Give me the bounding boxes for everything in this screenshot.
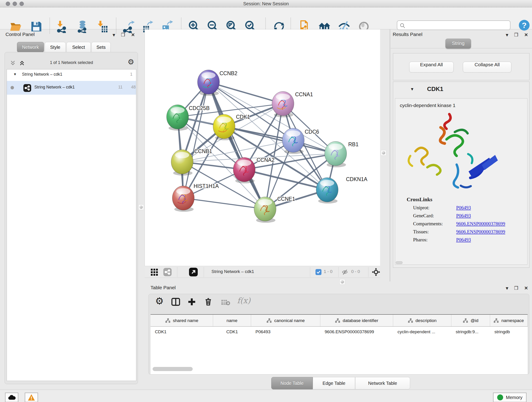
tab-node-table[interactable]: Node Table bbox=[271, 377, 313, 389]
column-header-shared-name[interactable]: shared name bbox=[151, 315, 213, 326]
table-hscrollbar-thumb[interactable] bbox=[152, 367, 193, 371]
table-panel-close-icon[interactable]: ✕ bbox=[524, 285, 528, 291]
right-splitter-grip[interactable] bbox=[381, 150, 386, 156]
node-CCNB2[interactable] bbox=[197, 70, 220, 96]
entry-collapse-icon[interactable]: ▼ bbox=[410, 87, 414, 92]
edge-CCNB2-CCNA1[interactable] bbox=[209, 82, 283, 104]
edge-HIST1H1A-CCNE1[interactable] bbox=[183, 198, 265, 209]
entry-header[interactable]: ▼ CDK1 bbox=[393, 82, 529, 98]
expand-all-button[interactable]: Expand All bbox=[409, 62, 454, 73]
selected-checkbox-icon[interactable] bbox=[316, 269, 322, 275]
warnings-button[interactable] bbox=[25, 393, 38, 402]
cell-database-identifier[interactable]: 9606.ENSP00000378699 bbox=[320, 329, 393, 334]
control-panel-float-icon[interactable]: ❒ bbox=[121, 32, 125, 38]
tab-network[interactable]: Network bbox=[17, 42, 44, 52]
import-database-icon[interactable] bbox=[76, 20, 89, 33]
node-label-CCNB1: CCNB1 bbox=[194, 148, 212, 154]
column-header-canonical-name[interactable]: canonical name bbox=[251, 315, 320, 326]
crosslinks-title: CrossLinks bbox=[407, 197, 527, 203]
tab-string[interactable]: String bbox=[445, 38, 471, 49]
tab-sets[interactable]: Sets bbox=[91, 42, 111, 52]
left-splitter-grip[interactable] bbox=[138, 204, 144, 210]
cell-shared-name[interactable]: CDK1 bbox=[151, 329, 213, 334]
status-separator bbox=[177, 267, 177, 277]
node-label-CCNB2: CCNB2 bbox=[220, 70, 237, 76]
show-columns-icon[interactable] bbox=[171, 297, 180, 306]
save-session-icon[interactable] bbox=[30, 20, 43, 33]
cell-@id[interactable]: stringdb:9... bbox=[451, 329, 490, 334]
column-header-name[interactable]: name bbox=[213, 315, 251, 326]
column-header-description[interactable]: description bbox=[393, 315, 451, 326]
crosslink-value[interactable]: P06493 bbox=[456, 237, 471, 243]
control-panel-close-icon[interactable]: ✕ bbox=[131, 32, 135, 38]
table-gear-icon[interactable]: ⚙ bbox=[155, 295, 164, 307]
import-network-icon[interactable] bbox=[56, 20, 69, 33]
crosslink-value[interactable]: P06493 bbox=[456, 213, 471, 219]
memory-button[interactable]: Memory bbox=[493, 393, 526, 402]
search-input[interactable] bbox=[397, 20, 510, 30]
node-CDKN1A[interactable] bbox=[316, 178, 338, 204]
column-header-namespace[interactable]: namespace bbox=[490, 315, 528, 326]
share-network-icon[interactable] bbox=[163, 268, 172, 276]
table-panel-menu-icon[interactable]: ▾ bbox=[506, 285, 508, 291]
node-label-HIST1H1A: HIST1H1A bbox=[194, 183, 219, 189]
crosslink-value[interactable]: 9606.ENSP00000378699 bbox=[456, 229, 505, 235]
tab-select[interactable]: Select bbox=[66, 42, 91, 52]
tree-expand-icon[interactable]: ▼ bbox=[13, 72, 17, 76]
tab-edge-table[interactable]: Edge Table bbox=[313, 377, 355, 389]
network-canvas[interactable]: CCNB2CCNA1CDC25BCDK1CDC6RB1CCNB1CCNA2CDK… bbox=[145, 29, 380, 266]
network-options-gear-icon[interactable]: ⚙ bbox=[128, 57, 134, 66]
column-tree-icon bbox=[266, 318, 272, 323]
crosslink-value[interactable]: 9606.ENSP00000378699 bbox=[456, 221, 505, 227]
node-label-CCNA1: CCNA1 bbox=[295, 91, 313, 97]
toolbar-separator bbox=[116, 18, 116, 34]
add-column-icon[interactable] bbox=[187, 297, 196, 306]
tab-network-table[interactable]: Network Table bbox=[355, 377, 410, 389]
column-label: name bbox=[227, 318, 238, 323]
edge-CCNB2-HIST1H1A[interactable] bbox=[183, 82, 209, 198]
node-CDC25B[interactable] bbox=[167, 105, 189, 131]
crosslink-label: Pharos: bbox=[413, 237, 456, 243]
node-CDC6[interactable] bbox=[282, 128, 304, 154]
cloud-button[interactable] bbox=[5, 393, 18, 402]
node-RB1[interactable] bbox=[325, 141, 347, 167]
control-panel-menu-icon[interactable]: ▾ bbox=[113, 32, 115, 38]
tab-style[interactable]: Style bbox=[45, 42, 66, 52]
node-CCNA1[interactable] bbox=[272, 91, 294, 117]
import-table-icon[interactable] bbox=[96, 20, 109, 33]
column-tree-icon bbox=[335, 318, 341, 323]
node-CCNE1[interactable] bbox=[254, 197, 276, 223]
entry-hscrollbar[interactable] bbox=[396, 261, 403, 264]
horizontal-splitter-grip[interactable] bbox=[340, 279, 345, 285]
network-tree-row-selected[interactable]: String Network – cdk1 11 48 bbox=[7, 81, 136, 95]
status-separator bbox=[204, 267, 204, 277]
cell-name[interactable]: CDK1 bbox=[213, 329, 251, 334]
collapse-all-button[interactable]: Collapse All bbox=[463, 62, 511, 73]
table-panel-float-icon[interactable]: ❒ bbox=[514, 285, 518, 291]
open-in-window-icon[interactable] bbox=[189, 268, 198, 276]
node-CCNA2[interactable] bbox=[233, 157, 255, 183]
table-row[interactable]: CDK1CDK1P064939606.ENSP00000378699cyclin… bbox=[151, 327, 528, 337]
node-HIST1H1A[interactable] bbox=[172, 186, 194, 212]
cell-canonical-name[interactable]: P06493 bbox=[251, 329, 320, 334]
cell-namespace[interactable]: stringdb bbox=[490, 329, 528, 334]
network-tree-group-row[interactable]: ▼ String Network – cdk1 1 bbox=[7, 70, 136, 81]
export-network-icon[interactable] bbox=[122, 20, 135, 33]
crosslink-value[interactable]: P06493 bbox=[456, 205, 471, 211]
node-table[interactable]: shared namenamecanonical namedatabase id… bbox=[151, 314, 528, 374]
delete-column-icon[interactable] bbox=[204, 297, 213, 306]
node-CCNB1[interactable] bbox=[171, 150, 193, 176]
selected-count: 1 - 0 bbox=[324, 269, 332, 274]
crosslink-row: Compartments:9606.ENSP00000378699 bbox=[413, 221, 527, 227]
open-file-icon[interactable] bbox=[10, 20, 22, 33]
fit-selected-crosshair-icon[interactable] bbox=[372, 268, 380, 276]
birdseye-grid-icon[interactable] bbox=[151, 268, 158, 276]
column-header-database-identifier[interactable]: database identifier bbox=[320, 315, 393, 326]
column-label: database identifier bbox=[343, 318, 378, 323]
node-CDK1[interactable] bbox=[213, 114, 235, 140]
node-label-CDK1: CDK1 bbox=[236, 114, 250, 120]
column-header-@id[interactable]: @id bbox=[451, 315, 490, 326]
cell-description[interactable]: cyclin-dependent ... bbox=[393, 329, 451, 334]
main-toolbar: ? bbox=[0, 7, 532, 29]
edge-count: 48 bbox=[131, 85, 136, 89]
